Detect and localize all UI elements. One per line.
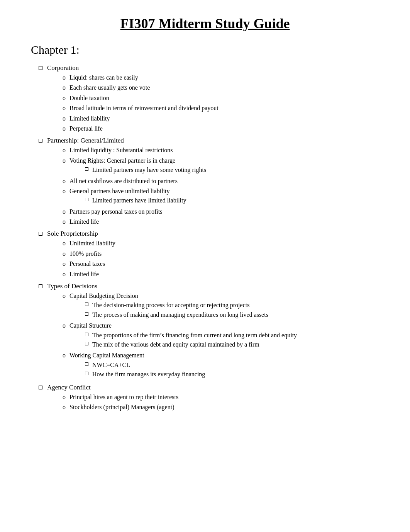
section-label-text: Sole Proprietorship (47, 230, 98, 237)
section-label: Sole ProprietorshipoUnlimited liabilityo… (47, 230, 115, 280)
level3-list: The decision-making process for acceptin… (69, 301, 268, 319)
level3-bullet (85, 372, 88, 375)
level2-label: General partners have unlimited liabilit… (69, 188, 169, 194)
level2-item: oVoting Rights: General partner is in ch… (63, 156, 206, 175)
level2-item: oLimited liability (63, 114, 219, 123)
level1-bullet (39, 284, 42, 288)
level2-item: oAll net cashflows are distributed to pa… (63, 177, 206, 185)
level3-list: NWC=CA+CLHow the firm manages its everyd… (69, 361, 205, 379)
page-title: FI307 Midterm Study Guide (31, 15, 379, 32)
level3-label: The process of making and managing expen… (92, 311, 268, 319)
level2-bullet: o (63, 292, 66, 300)
level2-label: Principal hires an agent to rep their in… (69, 394, 178, 400)
chapter-heading: Chapter 1: (31, 43, 379, 56)
level3-item: Limited partners have limited liability (85, 196, 186, 205)
level2-label: Stockholders (principal) Managers (agent… (69, 404, 174, 410)
level3-item: The process of making and managing expen… (85, 311, 268, 319)
level2-label: Limited liability (69, 115, 110, 122)
section-item-0: CorporationoLiquid: shares can be easily… (39, 64, 379, 134)
section-label: Types of DecisionsoCapital Budgeting Dec… (47, 282, 297, 381)
level2-label: Each share usually gets one vote (69, 84, 150, 91)
section-item-1: Partnership: General/LimitedoLimited liq… (39, 137, 379, 228)
level2-item: oUnlimited liability (63, 239, 115, 248)
level2-bullet: o (63, 104, 66, 112)
level2-label: Perpetual life (69, 125, 103, 132)
level3-bullet (85, 362, 88, 366)
level2-bullet: o (63, 403, 66, 411)
section-label-text: Corporation (47, 64, 79, 71)
level3-list: The proportions of the firm’s financing … (69, 331, 297, 349)
level3-bullet (85, 303, 88, 306)
level2-bullet: o (63, 83, 66, 92)
level3-bullet (85, 333, 88, 336)
level2-bullet: o (63, 73, 66, 82)
level3-bullet (85, 342, 88, 345)
main-list: CorporationoLiquid: shares can be easily… (31, 64, 379, 413)
level2-item: oDouble taxation (63, 94, 219, 102)
level2-item: oPrincipal hires an agent to rep their i… (63, 393, 178, 401)
level3-item: Limited partners may have some voting ri… (85, 166, 206, 174)
level2-item: oPerpetual life (63, 124, 219, 133)
level2-label: All net cashflows are distributed to par… (69, 178, 178, 184)
level2-bullet: o (63, 393, 66, 401)
level2-bullet: o (63, 351, 66, 360)
section-label-text: Agency Conflict (47, 384, 91, 391)
level2-item: oWorking Capital ManagementNWC=CA+CLHow … (63, 351, 297, 379)
section-item-4: Agency ConflictoPrincipal hires an agent… (39, 384, 379, 413)
level2-item: oLimited life (63, 218, 206, 226)
level3-item: The decision-making process for acceptin… (85, 301, 268, 309)
level3-label: The decision-making process for acceptin… (92, 301, 249, 309)
level3-list: Limited partners may have some voting ri… (69, 166, 206, 174)
level3-bullet (85, 198, 88, 201)
level2-item: oPersonal taxes (63, 260, 115, 268)
level3-bullet (85, 167, 88, 171)
level2-label: Personal taxes (69, 260, 105, 267)
level2-bullet: o (63, 218, 66, 226)
section-label: Partnership: General/LimitedoLimited liq… (47, 137, 206, 228)
section-label-text: Partnership: General/Limited (47, 137, 124, 144)
level2-label: Capital Structure (69, 322, 112, 329)
level2-bullet: o (63, 124, 66, 133)
level2-bullet: o (63, 270, 66, 279)
level2-item: oLimited life (63, 270, 115, 279)
level2-bullet: o (63, 260, 66, 268)
level2-bullet: o (63, 207, 66, 216)
level2-item: oLimited liquidity : Substantial restric… (63, 146, 206, 155)
level2-item: oPartners pay personal taxes on profits (63, 207, 206, 216)
level2-list: oLimited liquidity : Substantial restric… (47, 146, 206, 226)
level2-label: Working Capital Management (69, 352, 144, 359)
level2-label: Limited life (69, 218, 99, 225)
level2-bullet: o (63, 156, 66, 165)
level3-list: Limited partners have limited liability (69, 196, 186, 205)
level2-bullet: o (63, 146, 66, 155)
level2-item: oGeneral partners have unlimited liabili… (63, 187, 206, 206)
level3-label: Limited partners may have some voting ri… (92, 166, 206, 174)
level2-bullet: o (63, 177, 66, 185)
level2-list: oCapital Budgeting DecisionThe decision-… (47, 292, 297, 380)
level2-label: Broad latitude in terms of reinvestment … (69, 105, 219, 111)
section-item-3: Types of DecisionsoCapital Budgeting Dec… (39, 282, 379, 381)
level3-item: How the firm manages its everyday financ… (85, 370, 205, 379)
level1-bullet (39, 66, 42, 70)
level2-label: 100% profits (69, 250, 102, 257)
level1-bullet (39, 232, 42, 236)
level2-label: Capital Budgeting Decision (69, 292, 138, 299)
level2-item: oStockholders (principal) Managers (agen… (63, 403, 178, 411)
level1-bullet (39, 139, 42, 143)
level3-label: NWC=CA+CL (92, 361, 130, 369)
level3-item: NWC=CA+CL (85, 361, 205, 369)
level2-item: oEach share usually gets one vote (63, 83, 219, 92)
level2-item: oCapital Budgeting DecisionThe decision-… (63, 292, 297, 320)
level2-bullet: o (63, 239, 66, 248)
level3-item: The mix of the various debt and equity c… (85, 340, 297, 349)
level3-label: Limited partners have limited liability (92, 196, 186, 205)
level3-label: The proportions of the firm’s financing … (92, 331, 297, 340)
level2-label: Limited liquidity : Substantial restrict… (69, 147, 173, 153)
level2-bullet: o (63, 250, 66, 258)
level2-bullet: o (63, 114, 66, 123)
level2-list: oLiquid: shares can be easilyoEach share… (47, 73, 219, 133)
level1-bullet (39, 386, 42, 389)
level2-list: oUnlimited liabilityo100% profitsoPerson… (47, 239, 115, 279)
level3-label: How the firm manages its everyday financ… (92, 370, 205, 379)
section-label: CorporationoLiquid: shares can be easily… (47, 64, 219, 134)
